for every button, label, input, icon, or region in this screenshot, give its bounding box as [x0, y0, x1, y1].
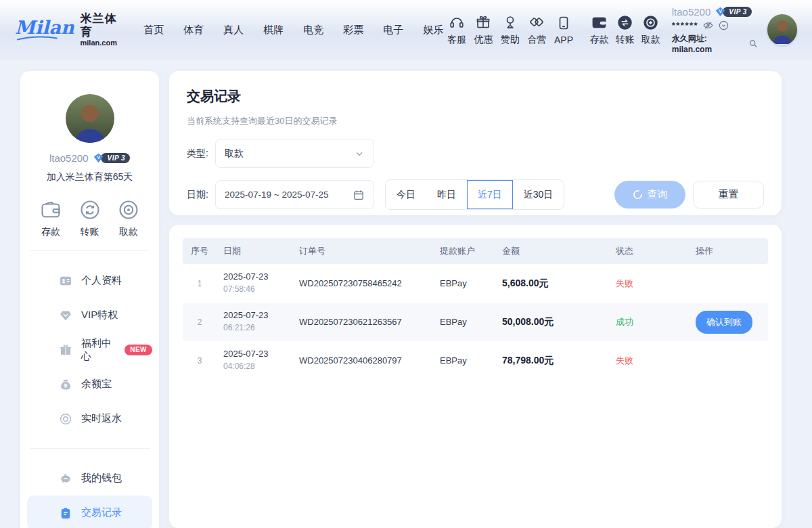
range-yesterday-button[interactable]: 昨日: [426, 180, 467, 209]
nav-item-live-casino[interactable]: 真人: [223, 24, 244, 37]
nav-item-esports[interactable]: 电竞: [303, 24, 323, 37]
nav-item-sports[interactable]: 体育: [183, 24, 204, 37]
sidebar-item-vip[interactable]: VIP特权: [27, 298, 152, 332]
nav-item-entertainment[interactable]: 娱乐: [423, 24, 443, 37]
vip-diamond-icon: V: [93, 152, 104, 164]
partner-link[interactable]: 合营: [524, 14, 551, 46]
sidebar-vip-level-label: VIP 3: [101, 153, 130, 163]
sidebar-item-label: 余额宝: [81, 378, 112, 391]
sidebar-transfer-action[interactable]: 转账: [78, 198, 102, 238]
reset-button[interactable]: 重置: [693, 181, 764, 208]
col-header-action: 操作: [689, 245, 768, 257]
page-title: 交易记录: [187, 87, 764, 106]
sidebar-item-profile[interactable]: 个人资料: [27, 263, 152, 298]
headset-icon: [449, 14, 465, 30]
deposit-action[interactable]: 存款: [587, 14, 612, 46]
sidebar-avatar[interactable]: [66, 94, 114, 143]
permanent-url: 永久网址: milan.com: [672, 33, 759, 54]
range-today-button[interactable]: 今日: [386, 180, 426, 209]
row-date-value: 2025-07-23: [223, 271, 292, 284]
balance-refresh-icon[interactable]: [718, 20, 729, 31]
sidebar-item-label: 我的钱包: [81, 472, 122, 485]
calendar-icon: [353, 189, 365, 201]
query-button[interactable]: 查询: [614, 181, 685, 208]
range-30days-button[interactable]: 近30日: [513, 180, 564, 209]
vip-level-label: VIP 3: [723, 7, 752, 17]
deposit-wallet-icon: [591, 14, 608, 31]
logo-swoosh: [16, 36, 58, 41]
confirm-received-button[interactable]: 确认到账: [696, 311, 752, 334]
type-filter-row: 类型: 取款: [187, 139, 764, 168]
row-date: 2025-07-23 07:58:46: [217, 271, 292, 295]
sidebar-divider: [30, 250, 150, 251]
site-logo[interactable]: Milan 米兰体育 milan.com: [15, 12, 126, 47]
join-days-text: 加入米兰体育第65天: [20, 171, 159, 183]
app-label: APP: [554, 35, 573, 45]
sponsor-label: 赞助: [501, 34, 520, 46]
nav-item-chess[interactable]: 棋牌: [263, 24, 284, 37]
transfer-action[interactable]: 转账: [612, 14, 638, 46]
user-avatar[interactable]: [767, 14, 797, 45]
date-range-input[interactable]: 2025-07-19 ~ 2025-07-25: [215, 180, 374, 209]
date-filter-row: 日期: 2025-07-19 ~ 2025-07-25 今日 昨日 近7日 近3…: [187, 179, 764, 210]
sponsor-link[interactable]: 赞助: [497, 14, 524, 46]
row-amount: 50,008.00元: [495, 316, 609, 328]
sidebar-item-rebate[interactable]: 实时返水: [27, 401, 152, 436]
service-link[interactable]: 客服: [443, 14, 470, 46]
withdraw-label: 取款: [641, 34, 660, 46]
nav-item-lottery[interactable]: 彩票: [343, 24, 363, 37]
range-7days-button[interactable]: 近7日: [467, 180, 513, 209]
new-badge: NEW: [125, 345, 152, 355]
type-select[interactable]: 取款: [215, 139, 374, 168]
table-row: 1 2025-07-23 07:58:46 WD2025072307584652…: [183, 264, 768, 303]
logo-script-text: Milan: [15, 18, 74, 41]
vip-diamond-icon: V: [715, 6, 726, 18]
row-account: EBPay: [433, 355, 495, 366]
row-amount: 5,608.00元: [495, 278, 609, 290]
nav-item-slots[interactable]: 电子: [383, 24, 403, 37]
row-amount: 78,798.00元: [495, 355, 609, 367]
phone-icon: [556, 15, 572, 31]
logo-cn-text: 米兰体育: [81, 12, 127, 39]
promo-label: 优惠: [474, 34, 493, 46]
sidebar-item-transactions[interactable]: 交易记录: [27, 496, 152, 528]
vip-icon: [59, 309, 72, 322]
chevron-down-icon: [354, 148, 365, 159]
sidebar-withdraw-action[interactable]: 取款: [117, 198, 140, 238]
row-account: EBPay: [433, 317, 495, 327]
date-label: 日期:: [187, 189, 215, 201]
user-info-block: ltao5200 V VIP 3 ****** 永久网址: milan.com: [672, 6, 759, 54]
row-order-no: WD202507230758465242: [292, 278, 433, 288]
transaction-icon: [59, 506, 72, 520]
username: ltao5200: [672, 6, 711, 18]
transfer-icon: [616, 14, 633, 31]
sidebar-quick-actions: 存款 转账 取款: [20, 198, 159, 238]
money-bag-icon: [59, 378, 72, 391]
row-index: 3: [183, 356, 217, 366]
row-index: 2: [183, 317, 217, 327]
sidebar-deposit-action[interactable]: 存款: [39, 198, 62, 238]
app-link[interactable]: APP: [550, 15, 577, 45]
sidebar-item-yuebao[interactable]: 余额宝: [27, 367, 152, 401]
sidebar-transfer-label: 转账: [81, 226, 99, 238]
main-nav: 首页 体育 真人 棋牌 电竞 彩票 电子 娱乐: [143, 24, 443, 37]
gift-icon: [59, 343, 72, 357]
magnifier-icon[interactable]: [748, 38, 759, 49]
sidebar-item-welfare[interactable]: 福利中心 NEW: [27, 332, 152, 367]
loading-spinner-icon: [633, 190, 643, 200]
transactions-table-card: 序号 日期 订单号 提款账户 金额 状态 操作 1 2025-07-23 07:…: [169, 225, 782, 528]
nav-item-home[interactable]: 首页: [143, 24, 164, 37]
row-date-value: 2025-07-23: [223, 348, 292, 361]
deposit-wallet-icon: [39, 198, 62, 221]
promo-link[interactable]: 优惠: [470, 14, 497, 46]
svg-text:V: V: [97, 155, 101, 160]
row-account: EBPay: [433, 278, 495, 288]
withdraw-action[interactable]: 取款: [638, 14, 664, 46]
col-header-amount: 金额: [495, 245, 609, 257]
sidebar-item-wallet[interactable]: 我的钱包: [27, 461, 152, 496]
sidebar-divider: [30, 448, 150, 449]
withdraw-icon: [117, 198, 140, 221]
eye-off-icon[interactable]: [702, 20, 714, 31]
row-date: 2025-07-23 06:21:26: [217, 309, 292, 334]
sidebar-menu-secondary: 我的钱包 交易记录 投注记录: [20, 461, 159, 528]
